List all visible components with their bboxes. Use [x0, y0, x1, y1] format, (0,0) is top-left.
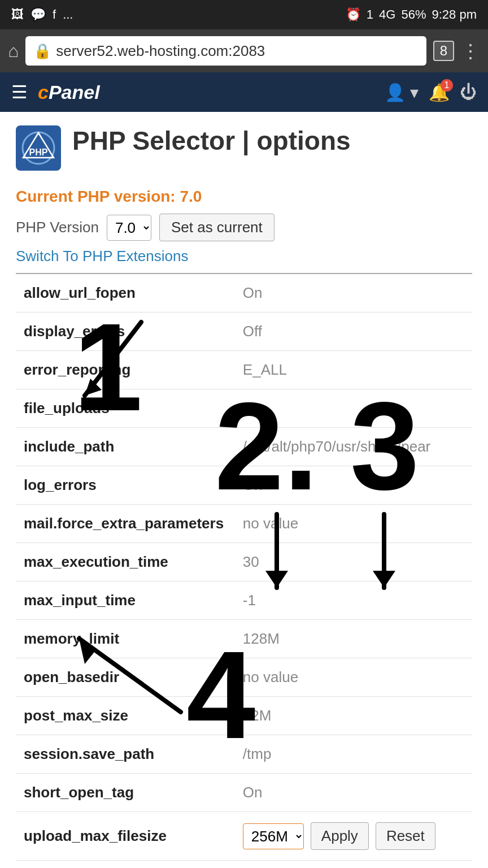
url-box[interactable]: 🔒 server52.web-hosting.com:2083 — [25, 36, 426, 66]
user-icon[interactable]: 👤 ▾ — [385, 83, 419, 102]
setting-name: open_basedir — [16, 658, 235, 697]
switch-link-wrapper: Switch To PHP Extensions — [16, 247, 472, 265]
setting-name: allow_url_fopen — [16, 274, 235, 313]
current-version-line: Current PHP version: 7.0 — [16, 188, 472, 206]
url-text: server52.web-hosting.com:2083 — [56, 42, 265, 60]
setting-value: 128M — [235, 620, 472, 658]
table-row: include_path/opt/alt/php70/usr/share/pea… — [16, 428, 472, 466]
browser-home-icon[interactable]: ⌂ — [8, 41, 19, 62]
alarm-icon: ⏰ — [346, 7, 361, 22]
tab-count[interactable]: 8 — [433, 41, 454, 61]
table-row: memory_limit128M — [16, 620, 472, 658]
setting-value: Off — [235, 313, 472, 351]
setting-value: On — [235, 774, 472, 812]
setting-value: On — [235, 466, 472, 505]
signal-strength: 4G — [379, 7, 395, 22]
table-row: file_uploadsOn — [16, 389, 472, 428]
setting-name: session.save_path — [16, 735, 235, 774]
battery-level: 56% — [401, 7, 426, 22]
switch-to-extensions-link[interactable]: Switch To PHP Extensions — [16, 248, 188, 264]
table-row: allow_url_fopenOn — [16, 274, 472, 313]
setting-name: error_reporting — [16, 351, 235, 389]
setting-name: max_input_time — [16, 581, 235, 620]
setting-name: upload_max_filesize — [16, 812, 235, 861]
php-icon: PHP — [16, 125, 61, 171]
browser-menu-icon[interactable]: ⋮ — [461, 40, 480, 62]
table-row: short_open_tagOn — [16, 774, 472, 812]
sim-indicator: 1 — [367, 7, 373, 22]
page-title: PHP Selector | options — [72, 125, 351, 157]
status-bar: 🖼 💬 f ... ⏰ 1 4G 56% 9:28 pm — [0, 0, 488, 29]
php-version-dropdown[interactable]: 7.0 5.6 7.1 7.2 — [107, 215, 151, 241]
setting-value: -1 — [235, 581, 472, 620]
php-version-section: Current PHP version: 7.0 PHP Version 7.0… — [16, 188, 472, 265]
page-content: PHP PHP Selector | options Current PHP v… — [0, 112, 488, 868]
cpanel-nav: ☰ cPanel 👤 ▾ 🔔 1 ⏻ — [0, 72, 488, 112]
cpanel-logo: cPanel — [38, 81, 100, 103]
cpanel-nav-right: 👤 ▾ 🔔 1 ⏻ — [385, 83, 477, 102]
reset-button[interactable]: Reset — [376, 822, 435, 850]
setting-value: /tmp — [235, 735, 472, 774]
setting-name: include_path — [16, 428, 235, 466]
setting-value: 256M512M1G128MApplyReset — [235, 812, 472, 860]
apply-button[interactable]: Apply — [311, 822, 369, 850]
setting-name: post_max_size — [16, 697, 235, 735]
php-version-label: PHP Version — [16, 219, 99, 236]
setting-value: no value — [235, 658, 472, 697]
status-icon-more: ... — [63, 7, 73, 22]
settings-table: allow_url_fopenOndisplay_errorsOfferror_… — [16, 273, 472, 861]
clock: 9:28 pm — [432, 7, 477, 22]
table-row: post_max_size32M — [16, 697, 472, 735]
setting-value: E_ALL — [235, 351, 472, 389]
logout-icon[interactable]: ⏻ — [460, 83, 477, 102]
table-row: session.save_path/tmp — [16, 735, 472, 774]
page-header: PHP PHP Selector | options — [16, 125, 472, 171]
lock-icon: 🔒 — [33, 42, 51, 60]
table-row: display_errorsOff — [16, 313, 472, 351]
table-row: upload_max_filesize256M512M1G128MApplyRe… — [16, 812, 472, 861]
setting-value: On — [235, 389, 472, 428]
hamburger-menu[interactable]: ☰ — [11, 81, 28, 103]
setting-name: max_execution_time — [16, 543, 235, 581]
setting-name: short_open_tag — [16, 774, 235, 812]
setting-value: On — [235, 274, 472, 313]
status-bar-left: 🖼 💬 f ... — [11, 7, 73, 22]
svg-text:PHP: PHP — [29, 147, 48, 157]
notification-badge: 1 — [441, 79, 453, 92]
status-icon-message: 💬 — [30, 7, 46, 22]
setting-name: log_errors — [16, 466, 235, 505]
page-wrapper: 🖼 💬 f ... ⏰ 1 4G 56% 9:28 pm ⌂ 🔒 server5… — [0, 0, 488, 868]
status-bar-right: ⏰ 1 4G 56% 9:28 pm — [346, 7, 477, 22]
current-php-value: 7.0 — [180, 188, 202, 205]
table-row: open_basedirno value — [16, 658, 472, 697]
notification-bell-icon[interactable]: 🔔 1 — [429, 83, 450, 102]
upload-filesize-select[interactable]: 256M512M1G128M — [243, 823, 304, 849]
table-row: max_execution_time30 — [16, 543, 472, 581]
status-icon-facebook: f — [53, 7, 56, 22]
browser-bar: ⌂ 🔒 server52.web-hosting.com:2083 8 ⋮ — [0, 29, 488, 72]
setting-name: display_errors — [16, 313, 235, 351]
setting-value: 30 — [235, 543, 472, 581]
setting-name: memory_limit — [16, 620, 235, 658]
status-icon-image: 🖼 — [11, 7, 24, 22]
php-version-controls: PHP Version 7.0 5.6 7.1 7.2 Set as curre… — [16, 214, 472, 241]
set-as-current-button[interactable]: Set as current — [159, 214, 274, 241]
current-php-label: Current PHP version: — [16, 188, 176, 205]
setting-value: 32M — [235, 697, 472, 735]
cpanel-nav-left: ☰ cPanel — [11, 81, 100, 103]
setting-name: file_uploads — [16, 389, 235, 428]
setting-name: mail.force_extra_parameters — [16, 505, 235, 543]
table-row: log_errorsOn — [16, 466, 472, 505]
table-row: error_reportingE_ALL — [16, 351, 472, 389]
table-row: max_input_time-1 — [16, 581, 472, 620]
table-row: mail.force_extra_parametersno value — [16, 505, 472, 543]
setting-value: /opt/alt/php70/usr/share/pear — [235, 428, 472, 466]
setting-value: no value — [235, 505, 472, 543]
